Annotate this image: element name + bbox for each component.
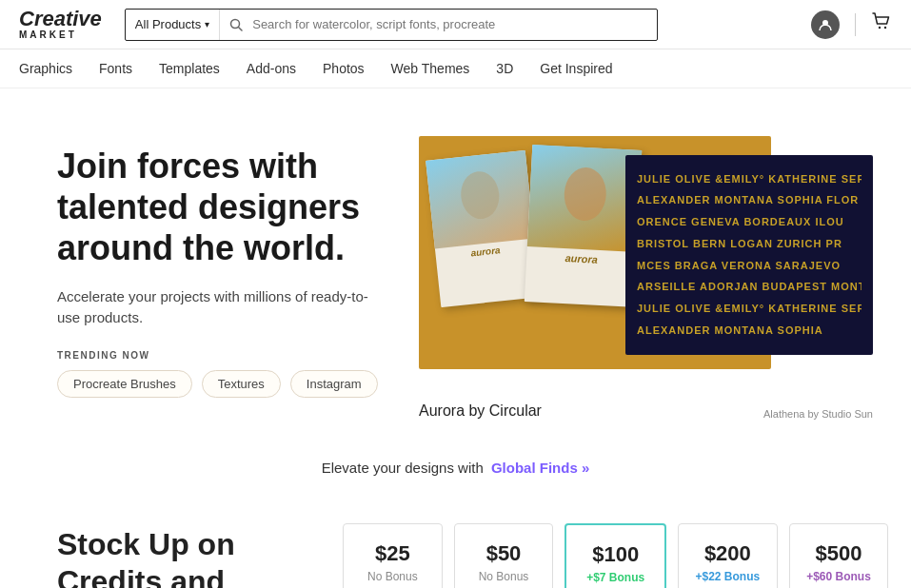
credits-heading: Stock Up on Credits and Save! <box>57 526 286 588</box>
nav-item-graphics[interactable]: Graphics <box>19 61 72 76</box>
hero-images: aurora aurora aurora Aurora by Circular … <box>419 136 873 402</box>
credit-amount: $100 <box>582 542 649 567</box>
font-name-line: MCES BRAGA VERONA SARAJEVO <box>637 258 861 275</box>
font-image: JULIE OLIVE &EMILY° KATHERINE SERENALEXA… <box>625 155 873 355</box>
search-dropdown[interactable]: All Products ▾ <box>126 10 220 40</box>
svg-point-6 <box>563 167 607 222</box>
credit-amount: $500 <box>805 541 873 566</box>
credit-bonus: +$7 Bonus <box>582 571 649 584</box>
credit-amount: $50 <box>470 541 538 566</box>
credit-card-50[interactable]: $50 No Bonus Professional <box>454 523 554 588</box>
main-nav: Graphics Fonts Templates Add-ons Photos … <box>0 49 911 88</box>
trending-tags: Procreate Brushes Textures Instagram <box>57 370 381 398</box>
credit-bonus: +$22 Bonus <box>694 570 762 583</box>
font-name-line: ORENCE GENEVA BORDEAUX ILOU <box>637 214 861 231</box>
cart-icon[interactable] <box>871 11 892 38</box>
nav-item-fonts[interactable]: Fonts <box>99 61 132 76</box>
header-right <box>811 10 892 39</box>
user-avatar[interactable] <box>811 10 840 39</box>
credit-amount: $25 <box>359 541 426 566</box>
nav-item-photos[interactable]: Photos <box>323 61 365 76</box>
font-caption: Alathena by Studio Sun <box>763 408 873 420</box>
font-name-line: ARSEILLE ADORJAN BUDAPEST MONT <box>637 279 861 296</box>
font-names-display: JULIE OLIVE &EMILY° KATHERINE SERENALEXA… <box>629 161 869 349</box>
header: Creative MARKET All Products ▾ <box>0 0 911 49</box>
credit-card-500[interactable]: $500 +$60 Bonus Best Value <box>789 523 889 588</box>
tag-procreate[interactable]: Procreate Brushes <box>57 370 192 398</box>
nav-item-3d[interactable]: 3D <box>496 61 513 76</box>
credit-card-200[interactable]: $200 +$22 Bonus Big Bonus <box>678 523 778 588</box>
credit-bonus: No Bonus <box>359 570 426 583</box>
search-icon <box>220 18 252 31</box>
global-finds: Elevate your designs with Global Finds » <box>0 431 911 495</box>
nav-item-webthemes[interactable]: Web Themes <box>391 61 470 76</box>
font-name-line: BRISTOL BERN LOGAN ZURICH PR <box>637 236 861 253</box>
font-name-line: JULIE OLIVE &EMILY° KATHERINE SEREN <box>637 301 861 318</box>
hero-subtext: Accelerate your projects with millions o… <box>57 286 381 329</box>
credits-section: Stock Up on Credits and Save! $25 No Bon… <box>0 495 911 588</box>
hero-section: Join forces with talented designers arou… <box>0 88 911 431</box>
aurora-caption: Aurora by Circular <box>419 402 542 420</box>
credit-bonus: +$60 Bonus <box>805 570 873 583</box>
hero-heading: Join forces with talented designers arou… <box>57 146 381 269</box>
trending-label: TRENDING NOW <box>57 350 381 361</box>
credit-card-100[interactable]: $100 +$7 Bonus Most Popular <box>564 523 666 588</box>
credit-amount: $200 <box>694 541 762 566</box>
nav-item-getinspired[interactable]: Get Inspired <box>540 61 612 76</box>
global-finds-link[interactable]: Global Finds » <box>491 460 589 476</box>
hero-text: Join forces with talented designers arou… <box>57 136 381 398</box>
credit-bonus: No Bonus <box>470 570 538 583</box>
font-name-line: ALEXANDER MONTANA SOPHIA FLOR <box>637 192 861 209</box>
font-name-line: JULIE OLIVE &EMILY° KATHERINE SEREN <box>637 171 861 188</box>
logo[interactable]: Creative MARKET <box>19 9 102 40</box>
tag-instagram[interactable]: Instagram <box>290 370 378 398</box>
svg-point-5 <box>458 169 501 221</box>
nav-item-templates[interactable]: Templates <box>159 61 220 76</box>
search-bar: All Products ▾ <box>125 9 658 41</box>
credit-card-25[interactable]: $25 No Bonus Individual <box>343 523 443 588</box>
logo-creative: Creative <box>19 9 102 29</box>
credits-options: $25 No Bonus Individual $50 No Bonus Pro… <box>343 523 888 588</box>
svg-line-1 <box>239 27 243 30</box>
font-name-line: ALEXANDER MONTANA SOPHIA <box>637 323 861 340</box>
search-input[interactable] <box>252 17 657 31</box>
dropdown-label: All Products <box>135 17 201 31</box>
header-divider <box>855 13 856 36</box>
tag-textures[interactable]: Textures <box>202 370 281 398</box>
nav-item-addons[interactable]: Add-ons <box>247 61 296 76</box>
svg-point-3 <box>879 26 881 28</box>
logo-market: MARKET <box>19 29 77 40</box>
chevron-down-icon: ▾ <box>205 19 209 29</box>
svg-point-4 <box>884 26 886 28</box>
